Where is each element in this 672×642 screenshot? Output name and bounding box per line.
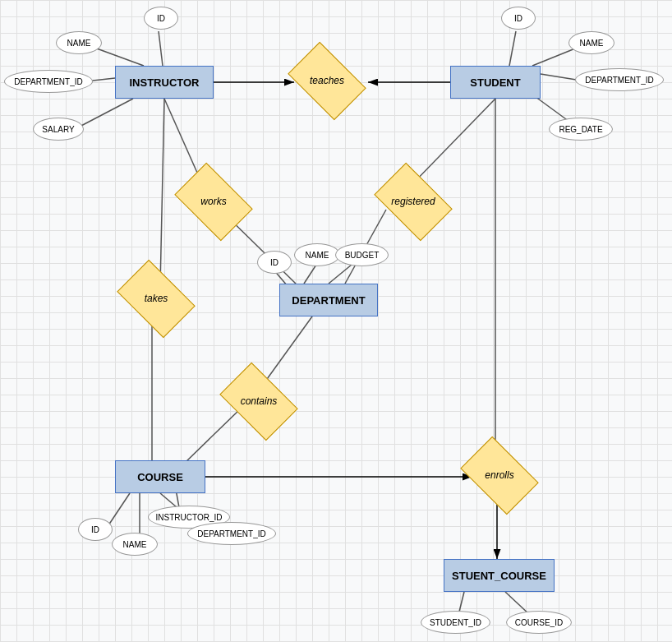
course-name-attr: NAME — [112, 533, 158, 556]
svg-line-17 — [78, 99, 133, 127]
teaches-relationship: teaches — [290, 56, 364, 105]
student-regdate-attr: REG_DATE — [549, 118, 613, 141]
sc-student-id-attr: STUDENT_ID — [421, 611, 490, 634]
instructor-entity: INSTRUCTOR — [115, 66, 214, 99]
dept-id-attr: ID — [257, 251, 292, 274]
instructor-name-attr: NAME — [56, 31, 102, 54]
works-relationship: works — [177, 177, 251, 226]
contains-relationship: contains — [222, 376, 296, 426]
student-course-entity: STUENT_COURSE — [444, 559, 555, 592]
svg-line-7 — [160, 99, 164, 286]
instructor-id-attr: ID — [144, 7, 178, 30]
dept-budget-attr: BUDGET — [335, 243, 389, 266]
course-dept-attr: DEPARTMENT_ID — [187, 522, 276, 545]
svg-line-18 — [509, 31, 516, 66]
instructor-salary-attr: SALARY — [33, 118, 84, 141]
student-entity: STUDENT — [450, 66, 541, 99]
course-entity: COURSE — [115, 460, 205, 493]
takes-relationship: takes — [119, 274, 193, 323]
department-entity: DEPARTMENT — [279, 284, 378, 316]
student-id-attr: ID — [501, 7, 536, 30]
dept-name-attr: NAME — [294, 243, 340, 266]
svg-line-9 — [263, 316, 312, 385]
student-name-attr: NAME — [568, 31, 614, 54]
svg-line-24 — [329, 265, 352, 284]
svg-line-23 — [304, 265, 316, 284]
svg-line-15 — [94, 48, 144, 66]
student-dept-attr: DEPARTMENT_ID — [575, 68, 664, 91]
sc-course-id-attr: COURSE_ID — [506, 611, 572, 634]
svg-line-5 — [409, 99, 495, 187]
course-id-attr: ID — [78, 518, 113, 541]
instructor-dept-attr: DEPARTMENT_ID — [4, 70, 93, 93]
svg-line-14 — [159, 31, 163, 66]
registered-relationship: registered — [376, 177, 450, 226]
enrolls-relationship: enrolls — [463, 450, 536, 500]
er-diagram: INSTRUCTOR STUDENT DEPARTMENT COURSE STU… — [0, 0, 672, 642]
